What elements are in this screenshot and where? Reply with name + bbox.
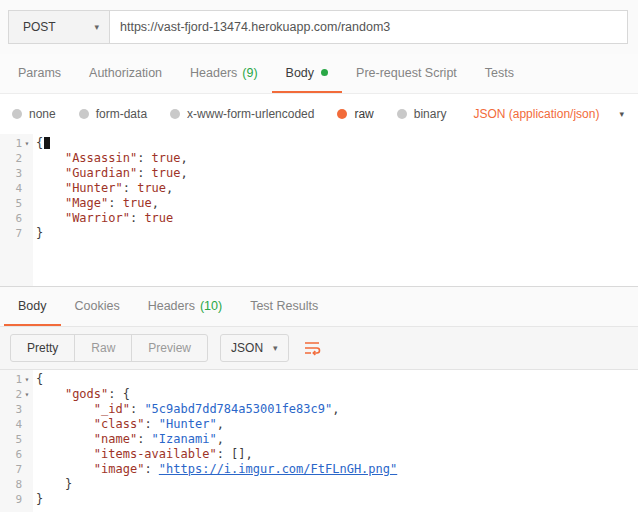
code-segment: "Hunter": [65, 181, 123, 195]
code-line: 3 "_id": "5c9abd7dd784a53001fe83c9",: [0, 402, 638, 417]
request-body-editor[interactable]: 1▾{2 "Assassin": true,3 "Guardian": true…: [0, 134, 638, 286]
response-tab-body[interactable]: Body: [4, 287, 61, 326]
body-type-form-data[interactable]: form-data: [79, 107, 147, 121]
tab-label: Headers: [190, 66, 237, 80]
code-segment: "Assassin": [65, 151, 137, 165]
line-number: 6: [0, 211, 33, 226]
tab-count: (10): [200, 299, 222, 313]
code-segment: :: [123, 181, 137, 195]
response-tab-cookies[interactable]: Cookies: [61, 287, 134, 326]
line-number-text: 3: [15, 402, 22, 417]
code-line: 4 "class": "Hunter",: [0, 417, 638, 432]
line-number-text: 1: [15, 136, 22, 151]
code-segment: :: [108, 387, 122, 401]
code-segment: "Guardian": [65, 166, 137, 180]
code-segment: }: [36, 492, 43, 506]
radio-icon: [79, 109, 89, 119]
code-segment: "https://i.imgur.com/FtFLnGH.png": [159, 462, 397, 476]
chevron-down-icon: ▾: [619, 110, 624, 119]
code-segment: :: [137, 432, 151, 446]
code-segment: true: [137, 181, 166, 195]
body-type-raw[interactable]: raw: [337, 107, 373, 121]
code-line: 7 "image": "https://i.imgur.com/FtFLnGH.…: [0, 462, 638, 477]
code-segment: ,: [332, 402, 339, 416]
body-type-label: form-data: [96, 107, 147, 121]
line-number-text: 2: [15, 151, 22, 166]
code-segment: {: [36, 136, 43, 150]
line-number-text: 2: [15, 387, 22, 402]
tab-pre-request-script[interactable]: Pre-request Script: [342, 54, 471, 93]
code-segment: [36, 462, 94, 476]
line-number: 5: [0, 196, 33, 211]
code-segment: []: [231, 447, 245, 461]
view-raw[interactable]: Raw: [74, 335, 131, 361]
code-segment: }: [65, 477, 72, 491]
body-type-label: binary: [414, 107, 447, 121]
fold-icon[interactable]: ▾: [22, 387, 32, 402]
line-number-text: 9: [15, 492, 22, 507]
line-number: 7: [0, 226, 33, 241]
line-number: 6: [0, 447, 33, 462]
body-type-label: x-www-form-urlencoded: [187, 107, 314, 121]
line-number: 1▾: [0, 136, 33, 151]
line-number-text: 1: [15, 372, 22, 387]
code-segment: {: [123, 387, 130, 401]
code-segment: {: [36, 372, 43, 386]
code-text: }: [33, 492, 638, 507]
radio-icon: [337, 109, 347, 119]
line-number-text: 5: [15, 196, 22, 211]
fold-icon[interactable]: ▾: [22, 136, 32, 151]
code-segment: "Warrior": [65, 211, 130, 225]
response-panel: BodyCookiesHeaders(10)Test Results Prett…: [0, 286, 638, 512]
wrap-text-button[interactable]: [303, 339, 321, 357]
code-segment: ,: [181, 151, 188, 165]
request-tabs: ParamsAuthorizationHeaders(9)BodyPre-req…: [0, 54, 638, 94]
code-segment: [36, 211, 65, 225]
code-segment: [36, 402, 94, 416]
code-line: 3 "Guardian": true,: [0, 166, 638, 181]
code-text: "items-available": [],: [33, 447, 638, 462]
view-preview[interactable]: Preview: [131, 335, 207, 361]
code-segment: [36, 151, 65, 165]
code-text: "class": "Hunter",: [33, 417, 638, 432]
code-text: "Mage": true,: [33, 196, 638, 211]
code-line: 4 "Hunter": true,: [0, 181, 638, 196]
code-segment: true: [152, 166, 181, 180]
code-segment: [36, 417, 94, 431]
tab-count: (9): [242, 66, 257, 80]
body-type-none[interactable]: none: [12, 107, 56, 121]
code-text: "name": "Izanami",: [33, 432, 638, 447]
code-segment: ,: [217, 432, 224, 446]
body-type-x-www-form-urlencoded[interactable]: x-www-form-urlencoded: [170, 107, 314, 121]
code-segment: "name": [94, 432, 137, 446]
code-text: "Assassin": true,: [33, 151, 638, 166]
code-segment: [36, 477, 65, 491]
code-text: "gods": {: [33, 387, 638, 402]
chevron-down-icon: ▾: [94, 23, 99, 32]
tab-label: Test Results: [250, 299, 318, 313]
body-type-binary[interactable]: binary: [397, 107, 447, 121]
tab-label: Pre-request Script: [356, 66, 457, 80]
tab-authorization[interactable]: Authorization: [75, 54, 176, 93]
view-pretty[interactable]: Pretty: [11, 335, 74, 361]
body-type-label: raw: [354, 107, 373, 121]
tab-params[interactable]: Params: [4, 54, 75, 93]
radio-icon: [12, 109, 22, 119]
fold-icon[interactable]: ▾: [22, 372, 32, 387]
view-switcher: PrettyRawPreview: [10, 334, 208, 362]
radio-icon: [397, 109, 407, 119]
response-tab-test-results[interactable]: Test Results: [236, 287, 332, 326]
code-text: }: [33, 477, 638, 492]
tab-label: Headers: [148, 299, 195, 313]
tab-headers[interactable]: Headers(9): [176, 54, 272, 93]
line-number-text: 5: [15, 432, 22, 447]
line-number-text: 7: [15, 462, 22, 477]
format-dropdown[interactable]: JSON ▾: [220, 334, 289, 362]
tab-tests[interactable]: Tests: [471, 54, 528, 93]
content-type-dropdown[interactable]: JSON (application/json) ▾: [473, 107, 626, 121]
method-dropdown[interactable]: POST ▾: [8, 10, 110, 44]
response-tab-headers[interactable]: Headers(10): [134, 287, 236, 326]
url-input[interactable]: [109, 10, 628, 44]
line-number-text: 3: [15, 166, 22, 181]
tab-body[interactable]: Body: [272, 54, 343, 93]
